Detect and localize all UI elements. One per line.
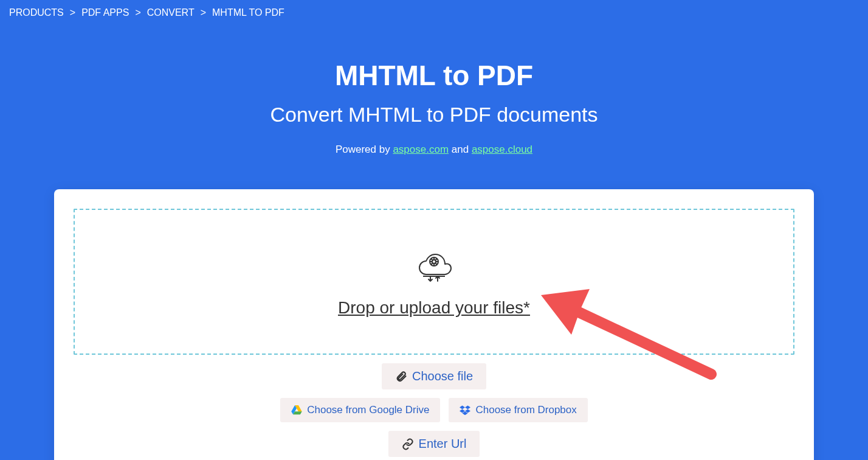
page-subtitle: Convert MHTML to PDF documents (0, 103, 868, 127)
dropbox-button[interactable]: Choose from Dropbox (449, 398, 587, 422)
svg-point-1 (432, 260, 436, 263)
breadcrumb-pdf-apps[interactable]: PDF APPS (81, 7, 129, 18)
hero-section: MHTML to PDF Convert MHTML to PDF docume… (0, 59, 868, 156)
breadcrumb-current[interactable]: MHTML TO PDF (212, 7, 284, 18)
google-drive-label: Choose from Google Drive (307, 404, 429, 416)
chevron-right-icon: > (135, 7, 140, 18)
chevron-right-icon: > (70, 7, 75, 18)
choose-file-label: Choose file (412, 369, 473, 383)
google-drive-icon (291, 405, 302, 415)
breadcrumb-convert[interactable]: CONVERT (147, 7, 195, 18)
google-drive-button[interactable]: Choose from Google Drive (280, 398, 440, 422)
dropbox-label: Choose from Dropbox (475, 404, 576, 416)
choose-file-button[interactable]: Choose file (382, 363, 486, 389)
upload-card: Drop or upload your files* Choose file C… (54, 189, 814, 460)
dropzone-label: Drop or upload your files* (338, 298, 530, 318)
breadcrumb-products[interactable]: PRODUCTS (9, 7, 64, 18)
chevron-right-icon: > (201, 7, 206, 18)
page-title: MHTML to PDF (0, 59, 868, 92)
breadcrumb: PRODUCTS > PDF APPS > CONVERT > MHTML TO… (0, 0, 868, 26)
enter-url-label: Enter Url (419, 437, 467, 451)
link-icon (402, 438, 414, 450)
powered-by-line: Powered by aspose.com and aspose.cloud (0, 144, 868, 156)
cloud-upload-icon (412, 246, 456, 286)
attachment-icon (395, 371, 407, 383)
aspose-cloud-link[interactable]: aspose.cloud (472, 144, 532, 155)
enter-url-button[interactable]: Enter Url (388, 431, 480, 457)
powered-prefix: Powered by (336, 144, 393, 155)
file-dropzone[interactable]: Drop or upload your files* (74, 209, 794, 355)
dropbox-icon (460, 405, 470, 415)
aspose-com-link[interactable]: aspose.com (393, 144, 449, 155)
powered-and: and (449, 144, 472, 155)
